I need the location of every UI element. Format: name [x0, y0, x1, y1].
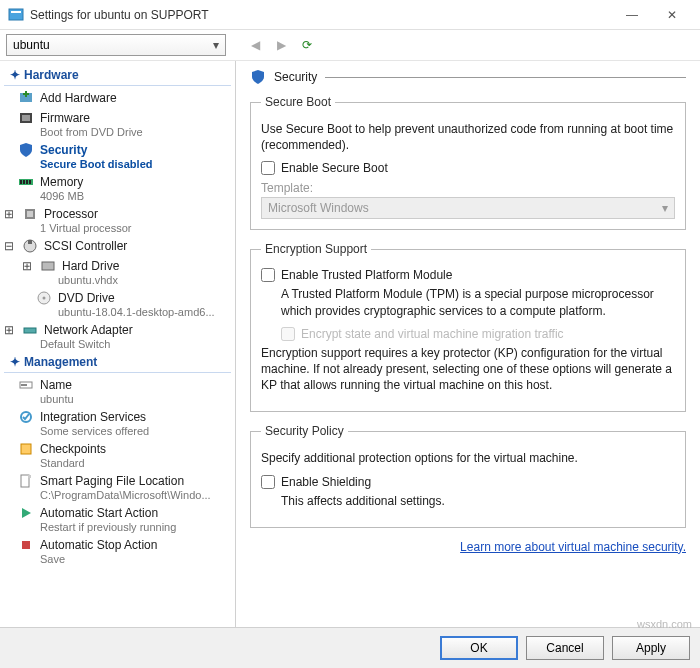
content-panel: Security Secure Boot Use Secure Boot to … — [236, 61, 700, 627]
processor-icon — [22, 206, 38, 222]
apply-button[interactable]: Apply — [612, 636, 690, 660]
chevron-down-icon: ▾ — [213, 38, 219, 52]
network-icon — [22, 322, 38, 338]
stop-action-icon — [18, 537, 34, 553]
svg-rect-25 — [28, 475, 31, 478]
enable-tpm-row[interactable]: Enable Trusted Platform Module — [261, 268, 675, 282]
tpm-desc: A Trusted Platform Module (TPM) is a spe… — [281, 286, 675, 318]
encrypt-state-row: Encrypt state and virtual machine migrat… — [281, 327, 675, 341]
expand-icon[interactable]: ⊞ — [4, 207, 14, 221]
app-icon — [8, 7, 24, 23]
enable-shielding-label: Enable Shielding — [281, 475, 371, 489]
enable-secure-boot-label: Enable Secure Boot — [281, 161, 388, 175]
encrypt-state-checkbox — [281, 327, 295, 341]
sidebar-item-memory[interactable]: Memory 4096 MB — [0, 172, 235, 204]
scsi-icon — [22, 238, 38, 254]
dvd-icon — [36, 290, 52, 306]
secure-boot-legend: Secure Boot — [261, 95, 335, 109]
svg-rect-4 — [23, 93, 29, 95]
sidebar-item-integration[interactable]: Integration Services Some services offer… — [0, 407, 235, 439]
vm-selector-label: ubuntu — [13, 38, 50, 52]
chevron-down-icon: ▾ — [662, 201, 668, 215]
enable-shielding-row[interactable]: Enable Shielding — [261, 475, 675, 489]
vm-selector[interactable]: ubuntu ▾ — [6, 34, 226, 56]
cancel-button[interactable]: Cancel — [526, 636, 604, 660]
section-hardware: ✦ Hardware — [4, 65, 231, 86]
sidebar-item-start-action[interactable]: Automatic Start Action Restart if previo… — [0, 503, 235, 535]
sidebar-item-stop-action[interactable]: Automatic Stop Action Save — [0, 535, 235, 567]
encrypt-state-label: Encrypt state and virtual machine migrat… — [301, 327, 564, 341]
encryption-group: Encryption Support Enable Trusted Platfo… — [250, 242, 686, 412]
svg-rect-8 — [20, 180, 22, 184]
svg-rect-16 — [42, 262, 54, 270]
svg-marker-26 — [22, 508, 31, 518]
enable-tpm-label: Enable Trusted Platform Module — [281, 268, 452, 282]
svg-rect-6 — [22, 115, 30, 121]
name-icon — [18, 377, 34, 393]
sidebar-item-scsi[interactable]: ⊟SCSI Controller — [0, 236, 235, 256]
kp-note: Encryption support requires a key protec… — [261, 345, 675, 394]
hard-drive-icon — [40, 258, 56, 274]
sidebar-item-security[interactable]: Security Secure Boot disabled — [0, 140, 235, 172]
collapse-icon[interactable]: ⊟ — [4, 239, 14, 253]
sidebar-item-network[interactable]: ⊞Network Adapter Default Switch — [0, 320, 235, 352]
forward-button[interactable]: ▶ — [270, 34, 292, 56]
svg-rect-0 — [9, 9, 23, 20]
sidebar-item-processor[interactable]: ⊞Processor 1 Virtual processor — [0, 204, 235, 236]
shield-icon — [250, 69, 266, 85]
svg-rect-24 — [21, 475, 29, 487]
toolbar: ubuntu ▾ ◀ ▶ ⟳ — [0, 30, 700, 61]
sidebar-item-dvd-drive[interactable]: DVD Drive ubuntu-18.04.1-desktop-amd6... — [0, 288, 235, 320]
start-action-icon — [18, 505, 34, 521]
enable-secure-boot-checkbox[interactable] — [261, 161, 275, 175]
refresh-button[interactable]: ⟳ — [296, 34, 318, 56]
shielding-note: This affects additional settings. — [281, 493, 675, 509]
sidebar-item-hard-drive[interactable]: ⊞Hard Drive ubuntu.vhdx — [0, 256, 235, 288]
svg-rect-15 — [28, 240, 32, 244]
sidebar-item-name[interactable]: Name ubuntu — [0, 375, 235, 407]
firmware-icon — [18, 110, 34, 126]
heading-rule — [325, 77, 686, 78]
svg-rect-11 — [29, 180, 31, 184]
sidebar: ✦ Hardware Add Hardware Firmware Boot fr… — [0, 61, 236, 627]
enable-shielding-checkbox[interactable] — [261, 475, 275, 489]
sidebar-item-paging[interactable]: Smart Paging File Location C:\ProgramDat… — [0, 471, 235, 503]
shield-icon — [18, 142, 34, 158]
back-button[interactable]: ◀ — [244, 34, 266, 56]
button-bar: OK Cancel Apply — [0, 627, 700, 668]
sidebar-item-firmware[interactable]: Firmware Boot from DVD Drive — [0, 108, 235, 140]
integration-icon — [18, 409, 34, 425]
learn-more-link[interactable]: Learn more about virtual machine securit… — [250, 540, 686, 554]
expand-icon[interactable]: ⊞ — [4, 323, 14, 337]
panel-heading: Security — [274, 70, 317, 84]
minimize-button[interactable]: — — [612, 0, 652, 30]
svg-rect-10 — [26, 180, 28, 184]
template-dropdown: Microsoft Windows ▾ — [261, 197, 675, 219]
svg-rect-23 — [21, 444, 31, 454]
secure-boot-group: Secure Boot Use Secure Boot to help prev… — [250, 95, 686, 230]
svg-rect-13 — [27, 211, 33, 217]
checkpoints-icon — [18, 441, 34, 457]
template-value: Microsoft Windows — [268, 201, 369, 215]
watermark: wsxdn.com — [637, 618, 692, 630]
expand-icon[interactable]: ⊞ — [22, 259, 32, 273]
security-policy-group: Security Policy Specify additional prote… — [250, 424, 686, 527]
close-button[interactable]: ✕ — [652, 0, 692, 30]
section-management: ✦ Management — [4, 352, 231, 373]
add-hardware-icon — [18, 90, 34, 106]
template-label: Template: — [261, 181, 675, 195]
security-policy-legend: Security Policy — [261, 424, 348, 438]
svg-rect-9 — [23, 180, 25, 184]
encryption-legend: Encryption Support — [261, 242, 371, 256]
svg-rect-19 — [24, 328, 36, 333]
enable-secure-boot-row[interactable]: Enable Secure Boot — [261, 161, 675, 175]
ok-button[interactable]: OK — [440, 636, 518, 660]
svg-rect-21 — [21, 384, 27, 386]
sidebar-item-add-hardware[interactable]: Add Hardware — [0, 88, 235, 108]
svg-rect-1 — [11, 11, 21, 13]
security-policy-desc: Specify additional protection options fo… — [261, 450, 675, 466]
sidebar-item-checkpoints[interactable]: Checkpoints Standard — [0, 439, 235, 471]
secure-boot-desc: Use Secure Boot to help prevent unauthor… — [261, 121, 675, 153]
enable-tpm-checkbox[interactable] — [261, 268, 275, 282]
paging-icon — [18, 473, 34, 489]
